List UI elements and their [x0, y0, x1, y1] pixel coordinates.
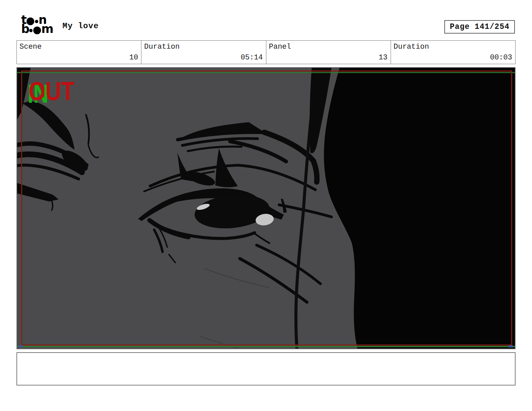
- shot-info-table: Scene 10 Duration 05:14 Panel 13 Duratio…: [16, 40, 516, 64]
- info-label: Duration: [394, 43, 429, 51]
- page-number-badge: Page 141/254: [444, 20, 515, 34]
- logo-disc-icon: [33, 27, 41, 34]
- info-value: 00:03: [490, 53, 512, 62]
- info-value: 05:14: [240, 53, 263, 62]
- logo-dot-icon: [35, 20, 38, 23]
- transition-labels: IN OUT: [28, 76, 74, 108]
- info-value: 13: [379, 53, 387, 62]
- info-label: Scene: [19, 43, 42, 51]
- info-value: 10: [129, 53, 138, 62]
- panel-drawing: IN OUT: [17, 68, 515, 349]
- frame-corner-mark-right: [509, 345, 513, 348]
- info-label: Panel: [269, 43, 291, 51]
- storyboard-page: t n b m My love Page 141/254 Scene 10 Du…: [0, 0, 532, 411]
- info-label: Duration: [144, 43, 180, 51]
- project-title: My love: [62, 21, 99, 31]
- logo-letter: m: [41, 25, 53, 34]
- logo-dot-icon: [29, 29, 33, 32]
- info-cell-panel: Panel 13: [266, 41, 391, 64]
- toonboom-logo: t n b m: [21, 17, 53, 35]
- caption-box: [16, 352, 516, 385]
- logo-row-2: b m: [21, 26, 53, 35]
- info-cell-scene-duration: Duration 05:14: [141, 41, 266, 64]
- info-cell-panel-duration: Duration 00:03: [391, 41, 515, 64]
- out-label: OUT: [29, 76, 74, 106]
- frame-corner-mark-left: [19, 345, 23, 348]
- info-cell-scene: Scene 10: [17, 41, 141, 64]
- page-header: t n b m My love Page 141/254: [16, 15, 516, 38]
- storyboard-panel-image: IN OUT: [16, 67, 516, 349]
- logo-letter: b: [21, 25, 29, 34]
